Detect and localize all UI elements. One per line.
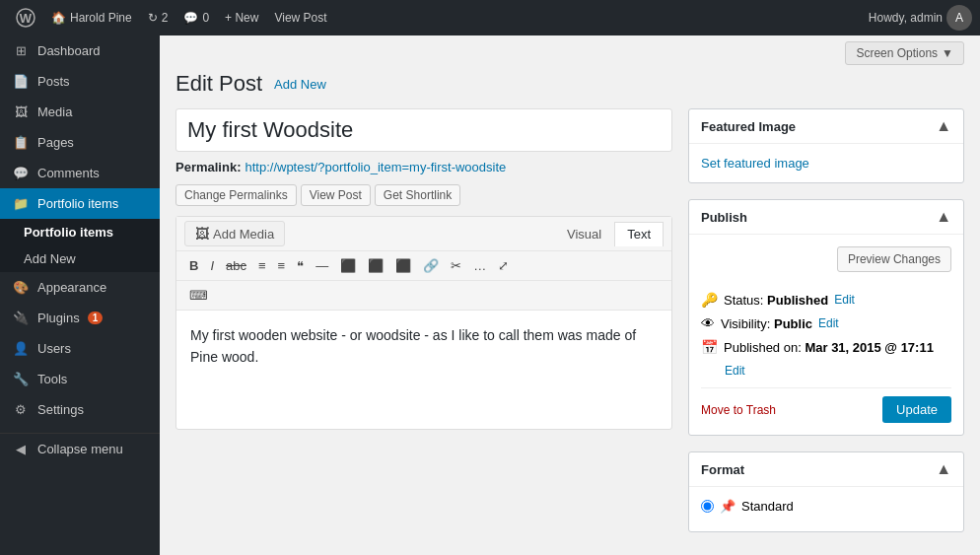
collapse-menu-item[interactable]: ◀ Collapse menu [0,433,160,464]
toolbar-unlink[interactable]: ✂ [446,255,466,276]
posts-icon: 📄 [12,74,30,89]
featured-image-toggle[interactable]: ▲ [936,117,951,135]
format-toggle[interactable]: ▲ [936,460,951,478]
permalink-buttons: Change Permalinks View Post Get Shortlin… [175,184,672,206]
editor-toolbar-row2: ⌨ [176,281,671,311]
editor-tabs: Visual Text [554,222,664,245]
edit-post-content: Edit Post Add New Permalink: http://wpte… [160,71,980,555]
format-metabox: Format ▲ 📌 Standard [688,451,964,532]
toolbar-horizontal-rule[interactable]: — [311,255,333,276]
svg-text:W: W [20,11,33,26]
toolbar-strikethrough[interactable]: abc [221,255,251,276]
add-media-button[interactable]: 🖼 Add Media [184,221,285,246]
sidebar-item-portfolio[interactable]: 📁 Portfolio items [0,188,160,219]
sidebar-item-pages[interactable]: 📋 Pages [0,127,160,158]
status-edit-link[interactable]: Edit [834,293,855,307]
update-button[interactable]: Update [882,396,951,423]
toolbar-align-left[interactable]: ⬛ [335,255,361,276]
editor-toolbar-row1: B I abc ≡ ≡ ❝ — ⬛ ⬛ ⬛ 🔗 ✂ … [176,251,671,281]
editor-sidebar-column: Featured Image ▲ Set featured image Publ… [688,108,964,548]
wp-logo-link[interactable]: W [8,8,43,28]
editor-layout: Permalink: http://wptest/?portfolio_item… [175,108,964,548]
toolbar-align-right[interactable]: ⬛ [390,255,416,276]
sidebar-item-appearance[interactable]: 🎨 Appearance [0,272,160,303]
change-permalinks-button[interactable]: Change Permalinks [175,184,297,206]
visibility-edit-link[interactable]: Edit [818,316,839,330]
publish-date-edit-link[interactable]: Edit [725,364,745,378]
publish-body: Preview Changes 🔑 Status: Published Edit… [689,235,963,435]
tab-visual[interactable]: Visual [554,222,614,245]
publish-visibility-row: 👁 Visibility: Public Edit [701,315,951,331]
comments-nav-icon: 💬 [12,166,30,180]
sidebar-item-users[interactable]: 👤 Users [0,333,160,364]
sidebar-item-tools[interactable]: 🔧 Tools [0,364,160,394]
format-body: 📌 Standard [689,487,963,531]
admin-top-bar: W 🏠 Harold Pine ↻ 2 💬 0 + New View Post … [0,0,980,35]
toolbar-align-center[interactable]: ⬛ [363,255,388,276]
post-title-input[interactable] [175,108,672,152]
add-media-icon: 🖼 [195,226,209,242]
toolbar-fullscreen[interactable]: ⤢ [493,255,514,276]
toolbar-keyboard[interactable]: ⌨ [184,285,213,306]
status-icon: 🔑 [701,292,718,308]
sidebar-item-media[interactable]: 🖼 Media [0,97,160,127]
sidebar-item-comments[interactable]: 💬 Comments [0,158,160,188]
tab-text[interactable]: Text [614,222,664,246]
admin-sidebar: ⊞ Dashboard 📄 Posts 🖼 Media 📋 Pages 💬 Co… [0,35,160,555]
format-radio-standard[interactable] [701,500,714,513]
avatar[interactable]: A [946,5,972,31]
featured-image-metabox: Featured Image ▲ Set featured image [688,108,964,183]
toolbar-blockquote[interactable]: ❝ [292,255,309,276]
main-content-area: Screen Options ▼ Edit Post Add New Perma… [160,35,980,555]
updates-link[interactable]: ↻ 2 [140,11,176,25]
format-standard-icon: 📌 [720,499,735,514]
add-new-link[interactable]: Add New [274,77,326,92]
post-editor-body[interactable]: My first wooden website - or woodsite - … [176,311,671,429]
new-content-link[interactable]: + New [217,11,266,25]
collapse-icon: ◀ [12,442,30,456]
users-icon: 👤 [12,341,30,356]
editor-main-column: Permalink: http://wptest/?portfolio_item… [175,108,672,548]
sidebar-item-dashboard[interactable]: ⊞ Dashboard [0,35,160,66]
toolbar-bold[interactable]: B [184,255,203,276]
publish-metabox: Publish ▲ Preview Changes 🔑 Status: Publ… [688,199,964,436]
sidebar-sub-portfolio-list[interactable]: Portfolio items [0,219,160,245]
move-to-trash-link[interactable]: Move to Trash [701,403,776,417]
plugins-icon: 🔌 [12,311,30,325]
format-option-standard: 📌 Standard [701,499,951,514]
pages-icon: 📋 [12,135,30,150]
view-post-button[interactable]: View Post [301,184,371,206]
sidebar-item-settings[interactable]: ⚙ Settings [0,394,160,425]
page-title: Edit Post [175,71,262,97]
permalink-row: Permalink: http://wptest/?portfolio_item… [175,160,672,174]
screen-options-button[interactable]: Screen Options ▼ [845,41,964,65]
plugins-badge: 1 [88,312,104,324]
get-shortlink-button[interactable]: Get Shortlink [375,184,460,206]
toolbar-unordered-list[interactable]: ≡ [253,255,271,276]
preview-changes-button[interactable]: Preview Changes [837,246,951,272]
toolbar-link[interactable]: 🔗 [418,255,444,276]
portfolio-icon: 📁 [12,196,30,211]
publish-toggle[interactable]: ▲ [936,208,951,226]
home-icon: 🏠 [51,11,66,25]
featured-image-header: Featured Image ▲ [689,109,963,144]
toolbar-more[interactable]: … [468,255,491,276]
media-icon: 🖼 [12,104,30,119]
comments-link[interactable]: 💬 0 [175,11,217,25]
sidebar-sub-add-new[interactable]: Add New [0,245,160,272]
visibility-icon: 👁 [701,315,715,331]
page-header: Edit Post Add New [175,71,964,97]
publish-header: Publish ▲ [689,200,963,235]
comments-icon: 💬 [183,11,198,25]
set-featured-image-link[interactable]: Set featured image [701,156,809,171]
appearance-icon: 🎨 [12,280,30,295]
admin-user-area: Howdy, admin A [869,5,972,31]
site-name-link[interactable]: 🏠 Harold Pine [43,11,140,25]
sidebar-item-posts[interactable]: 📄 Posts [0,66,160,97]
toolbar-ordered-list[interactable]: ≡ [273,255,291,276]
toolbar-italic[interactable]: I [205,255,219,276]
permalink-url[interactable]: http://wptest/?portfolio_item=my-first-w… [245,160,506,174]
view-post-link[interactable]: View Post [266,11,334,25]
publish-date-row: 📅 Published on: Mar 31, 2015 @ 17:11 [701,339,951,355]
sidebar-item-plugins[interactable]: 🔌 Plugins 1 [0,303,160,333]
